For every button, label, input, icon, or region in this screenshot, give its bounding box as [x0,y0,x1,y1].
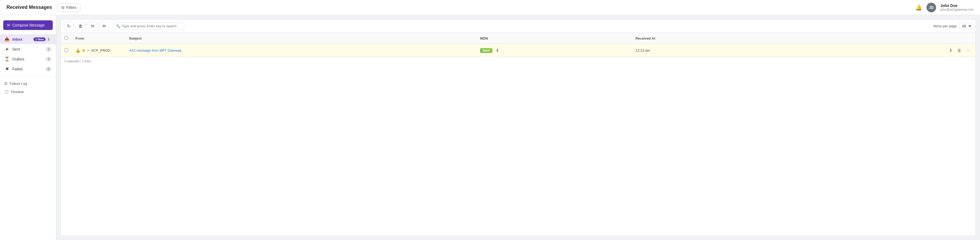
search-icon: 🔍 [116,24,120,28]
sent-count: 1 [46,47,52,52]
table-footer: 0 selected / 1 total [61,57,975,65]
inbox-icon: 📥 [4,37,10,42]
user-info: John Doe john@as2gateway.com [940,3,974,11]
compose-icon: ✉ [7,23,10,27]
sidebar-divider [0,76,56,77]
sidebar-outbox-label: Outbox [12,57,46,61]
th-subject: Subject [125,33,476,44]
row-subject: AS2 message from MFT Gateway [125,44,476,57]
header-right: 🔔 JD John Doe john@as2gateway.com [915,3,974,12]
more-action-button[interactable]: ⋯ [965,48,972,54]
header: Received Messages ⊟ Filters 🔔 JD John Do… [0,0,980,15]
outbox-icon: ⏳ [4,56,10,62]
compose-label: Compose Message [12,23,45,27]
arrows-icon: ⇌ [86,48,89,52]
sidebar: ✉ Compose Message 📥 Inbox 1 New 1 ➤ Sent… [0,15,56,240]
main-layout: ✉ Compose Message 📥 Inbox 1 New 1 ➤ Sent… [0,15,980,240]
th-actions [792,33,975,44]
failure-log-label: Failure Log [10,82,27,86]
from-name: ACP_PROD [91,48,110,52]
user-email: john@as2gateway.com [940,8,974,11]
items-per-page-control: Items per page: 10 25 50 [934,23,972,29]
timeline-icon: 🕐 [4,90,9,94]
timeline-label: Timeline [11,90,24,94]
sidebar-inbox-label: Inbox [12,37,32,41]
content-area: ↻ 🗑 ✉ ✉ 🔍 Items per page: 10 25 50 [56,15,980,240]
sidebar-item-sent[interactable]: ➤ Sent 1 [0,44,56,54]
failed-count: 0 [46,67,52,72]
row-mdn: Sent ⬇ [476,44,632,57]
th-from: From [72,33,125,44]
mdn-status-badge: Sent [480,48,492,53]
th-mdn: MDN [476,33,632,44]
sidebar-item-inbox[interactable]: 📥 Inbox 1 New 1 [0,34,56,44]
dot-icon [82,49,85,52]
page-title: Received Messages [6,5,52,10]
toolbar: ↻ 🗑 ✉ ✉ 🔍 Items per page: 10 25 50 [60,19,976,33]
failure-log-icon: ☰ [4,82,8,86]
sidebar-item-timeline[interactable]: 🕐 Timeline [0,88,56,96]
inbox-count: 1 [46,37,52,42]
row-checkbox[interactable] [65,48,68,52]
sent-icon: ➤ [4,46,10,52]
messages-table: From Subject MDN Received At [60,33,976,236]
header-left: Received Messages ⊟ Filters [6,3,80,11]
items-per-page-label: Items per page: [934,24,958,28]
download-action-button[interactable]: ⬇ [948,48,953,54]
sidebar-item-failure-log[interactable]: ☰ Failure Log [0,79,56,88]
avatar-initials: JD [929,5,934,10]
failed-icon: ✖ [4,66,10,72]
sidebar-failed-label: Failed [12,67,46,71]
user-name: John Doe [940,3,974,8]
select-all-checkbox[interactable] [65,36,68,40]
from-with-icons: 🔒 ⇌ ACP_PROD [75,48,122,53]
sidebar-sent-label: Sent [12,47,46,51]
row-received-at: 12:13 am [632,44,792,57]
outbox-count: 1 [46,57,52,62]
search-input[interactable] [122,24,181,28]
bell-icon[interactable]: 🔔 [915,4,922,11]
filter-icon: ⊟ [61,5,65,10]
filter-label: Filters [66,5,76,10]
sidebar-item-outbox[interactable]: ⏳ Outbox 1 [0,54,56,64]
row-checkbox-cell [61,44,72,57]
lock-icon: 🔒 [75,48,81,53]
row-action-cell: ⬇ 🗑 ⋯ [792,44,975,57]
th-checkbox [61,33,72,44]
mark-read-button[interactable]: ✉ [88,22,97,30]
row-from: 🔒 ⇌ ACP_PROD [72,44,125,57]
delete-action-button[interactable]: 🗑 [956,48,963,54]
row-actions: ⬇ 🗑 ⋯ [795,48,972,54]
sidebar-item-failed[interactable]: ✖ Failed 0 [0,64,56,74]
refresh-button[interactable]: ↻ [64,22,73,30]
compose-button[interactable]: ✉ Compose Message [3,20,53,30]
subject-link[interactable]: AS2 message from MFT Gateway [129,48,181,52]
filter-button[interactable]: ⊟ Filters [57,3,80,11]
items-per-page-select[interactable]: 10 25 50 [959,23,972,29]
avatar[interactable]: JD [926,3,936,12]
mdn-download-icon[interactable]: ⬇ [496,48,499,53]
table-header-row: From Subject MDN Received At [61,33,975,44]
mark-unread-button[interactable]: ✉ [99,22,109,30]
inbox-new-badge: 1 New [33,37,46,41]
delete-button[interactable]: 🗑 [75,22,86,30]
table-row: 🔒 ⇌ ACP_PROD AS2 message from MFT Gatewa… [61,44,975,57]
th-received-at: Received At [632,33,792,44]
search-box: 🔍 [112,22,185,30]
